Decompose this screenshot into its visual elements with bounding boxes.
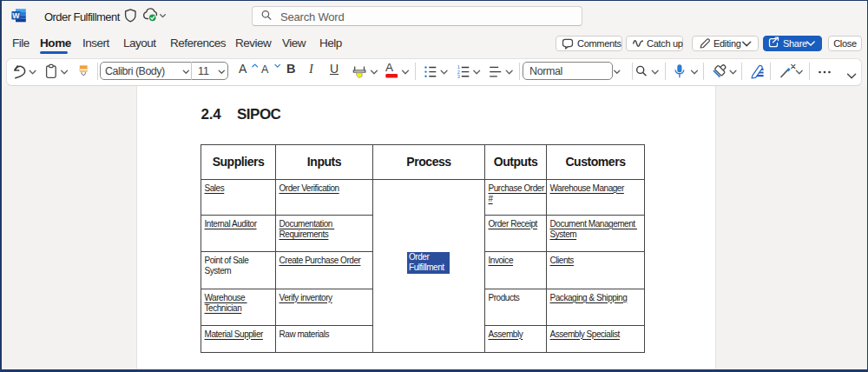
svg-text:3: 3 xyxy=(457,74,460,79)
svg-text:W: W xyxy=(12,11,20,20)
